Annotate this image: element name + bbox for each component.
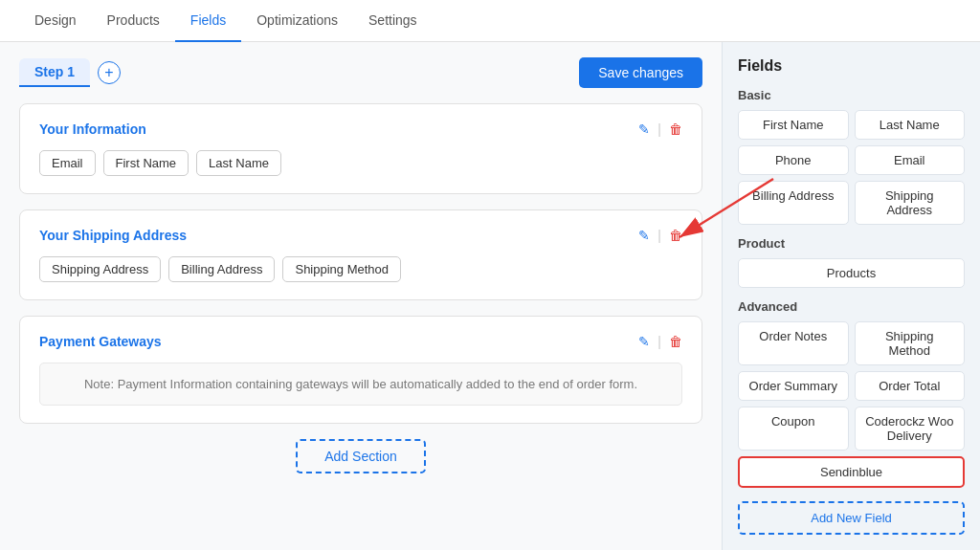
sidebar-field[interactable]: Last Name <box>855 110 966 140</box>
sidebar: Fields BasicFirst NameLast NamePhoneEmai… <box>722 42 980 550</box>
section-actions: ✎|🗑 <box>638 334 682 349</box>
field-tag: Billing Address <box>168 256 275 282</box>
step-bar: Step 1 + Save changes <box>19 57 702 88</box>
section-header: Your Shipping Address✎|🗑 <box>39 228 682 243</box>
step-tab[interactable]: Step 1 <box>19 58 90 87</box>
nav-item-optimizations[interactable]: Optimizations <box>241 0 353 42</box>
divider: | <box>657 121 661 137</box>
sidebar-field[interactable]: Order Total <box>855 371 966 401</box>
edit-section-icon[interactable]: ✎ <box>638 334 650 349</box>
sidebar-field[interactable]: Products <box>738 258 965 288</box>
sidebar-field[interactable]: Shipping Method <box>855 321 966 365</box>
edit-section-icon[interactable]: ✎ <box>638 228 650 243</box>
field-tag: Shipping Method <box>282 256 401 282</box>
section-header: Your Information✎|🗑 <box>39 121 682 137</box>
delete-section-icon[interactable]: 🗑 <box>669 228 682 243</box>
delete-section-icon[interactable]: 🗑 <box>669 334 682 349</box>
sidebar-field[interactable]: Coupon <box>738 407 849 451</box>
field-tag: First Name <box>103 150 189 176</box>
section-payment-gateways: Payment Gateways✎|🗑Note: Payment Informa… <box>19 316 702 424</box>
sidebar-field-grid: Order NotesShipping MethodOrder SummaryO… <box>738 321 965 488</box>
nav-item-design[interactable]: Design <box>19 0 92 42</box>
payment-note: Note: Payment Information containing gat… <box>39 363 682 406</box>
section-title: Your Shipping Address <box>39 228 187 243</box>
field-tag: Email <box>39 150 96 176</box>
sidebar-section-label: Advanced <box>738 299 965 314</box>
section-actions: ✎|🗑 <box>638 121 682 137</box>
section-title: Payment Gateways <box>39 334 162 349</box>
nav-item-products[interactable]: Products <box>92 0 175 42</box>
sidebar-field[interactable]: Phone <box>738 145 849 175</box>
section-title: Your Information <box>39 121 146 137</box>
save-changes-button[interactable]: Save changes <box>579 57 702 88</box>
sidebar-field[interactable]: Order Summary <box>738 371 849 401</box>
nav-item-fields[interactable]: Fields <box>175 0 241 42</box>
sidebar-field[interactable]: Email <box>855 145 966 175</box>
sidebar-section-label: Product <box>738 236 965 251</box>
sidebar-field-grid: First NameLast NamePhoneEmailBilling Add… <box>738 110 965 225</box>
sidebar-field-grid: Products <box>738 258 965 288</box>
sidebar-field[interactable]: Sendinblue <box>738 456 965 488</box>
divider: | <box>657 228 661 243</box>
divider: | <box>657 334 661 349</box>
sidebar-section-label: Basic <box>738 88 965 102</box>
sidebar-title: Fields <box>738 57 965 75</box>
add-step-button[interactable]: + <box>98 61 121 84</box>
sidebar-field[interactable]: Coderockz Woo Delivery <box>855 407 966 451</box>
section-your-shipping-address: Your Shipping Address✎|🗑Shipping Address… <box>19 209 702 300</box>
edit-section-icon[interactable]: ✎ <box>638 121 650 137</box>
sidebar-field[interactable]: First Name <box>738 110 849 140</box>
add-section-wrap: Add Section <box>19 439 702 473</box>
sidebar-field[interactable]: Order Notes <box>738 321 849 365</box>
top-nav: DesignProductsFieldsOptimizationsSetting… <box>0 0 980 42</box>
add-new-field-button[interactable]: Add New Field <box>738 501 965 535</box>
main-content: Step 1 + Save changes Your Information✎|… <box>0 42 722 550</box>
sidebar-field[interactable]: Shipping Address <box>855 181 966 225</box>
section-your-information: Your Information✎|🗑EmailFirst NameLast N… <box>19 103 702 194</box>
sidebar-field[interactable]: Billing Address <box>738 181 849 225</box>
delete-section-icon[interactable]: 🗑 <box>669 121 682 137</box>
field-tag: Shipping Address <box>39 256 161 282</box>
field-tags: Shipping AddressBilling AddressShipping … <box>39 256 682 282</box>
sections-container: Your Information✎|🗑EmailFirst NameLast N… <box>19 103 702 424</box>
section-header: Payment Gateways✎|🗑 <box>39 334 682 349</box>
sidebar-sections: BasicFirst NameLast NamePhoneEmailBillin… <box>738 88 965 488</box>
field-tags: EmailFirst NameLast Name <box>39 150 682 176</box>
add-section-button[interactable]: Add Section <box>296 439 426 473</box>
section-actions: ✎|🗑 <box>638 228 682 243</box>
field-tag: Last Name <box>196 150 281 176</box>
nav-item-settings[interactable]: Settings <box>353 0 433 42</box>
